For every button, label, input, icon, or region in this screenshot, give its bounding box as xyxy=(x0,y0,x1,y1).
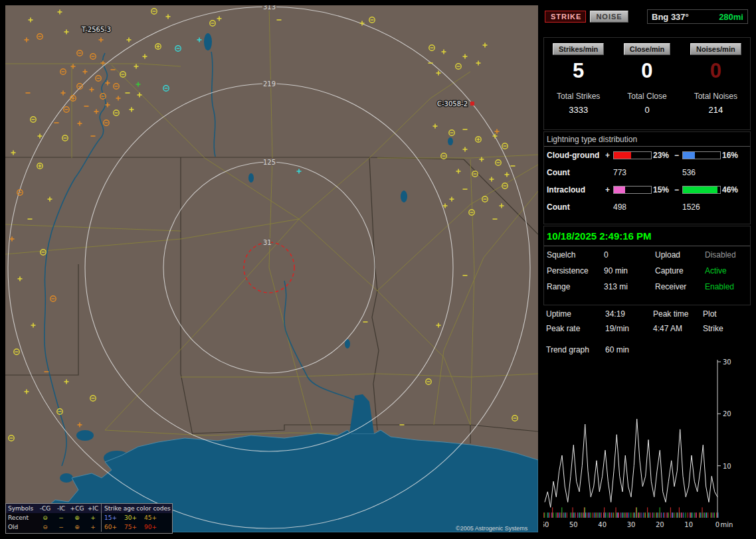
svg-text:10: 10 xyxy=(684,521,693,528)
plus-sign: + xyxy=(605,151,610,160)
ic-negative-percent: 46% xyxy=(722,185,738,194)
svg-text:40: 40 xyxy=(598,521,607,528)
strikes-per-min-button[interactable]: Strikes/min xyxy=(553,43,604,55)
total-noises-label: Total Noises xyxy=(682,92,750,101)
cg-negative-count: 536 xyxy=(682,168,696,177)
svg-text:min: min xyxy=(721,521,733,528)
ic-positive-bar xyxy=(613,186,652,194)
legend-rows: Recent⊖−⊕+15+30+45+Old⊖−⊕+60+75+90+ xyxy=(6,513,172,532)
lake xyxy=(448,137,453,145)
lake xyxy=(204,33,212,50)
svg-text:60: 60 xyxy=(543,521,549,528)
cloud-ground-count-row: Count 773 536 xyxy=(544,164,750,181)
distribution-section: Lightning type distribution Cloud-ground… xyxy=(543,131,751,224)
total-close-value: 0 xyxy=(613,105,681,115)
cg-negative-percent: 16% xyxy=(722,151,738,160)
total-strikes-value: 3333 xyxy=(544,105,613,115)
plus-sign: + xyxy=(605,185,610,194)
strike-toggle-button[interactable]: STRIKE xyxy=(545,11,586,23)
storm-cell-marker xyxy=(470,102,474,106)
lake xyxy=(248,173,254,183)
legend-col-neg-cg: -CG xyxy=(37,504,53,513)
legend-header-row: Symbols -CG -IC +CG +IC Strike age color… xyxy=(6,504,172,513)
legend-col-neg-ic: -IC xyxy=(53,504,69,513)
svg-text:0: 0 xyxy=(715,521,719,528)
status-grid: Squelch0UploadDisabledPersistence90 minC… xyxy=(544,249,750,294)
control-panel: STRIKE NOISE Bng 337° 280mi Strikes/min … xyxy=(543,7,751,534)
ic-negative-bar xyxy=(682,186,721,194)
lake xyxy=(60,473,73,483)
total-strikes-label: Total Strikes xyxy=(544,92,613,101)
cg-positive-bar xyxy=(613,151,652,159)
legend-symbols-header: Symbols xyxy=(6,504,37,513)
total-noises-value: 214 xyxy=(682,105,750,115)
minus-sign: − xyxy=(674,151,679,160)
noises-per-min-value: 0 xyxy=(682,59,750,83)
count-label: Count xyxy=(547,202,570,212)
trend-window-value: 60 min xyxy=(605,345,629,354)
mode-toggle-section: STRIKE NOISE Bng 337° 280mi xyxy=(543,7,749,32)
ic-positive-percent: 15% xyxy=(653,185,669,194)
stats-section: Uptime34:19Peak timePlotPeak rate19/min4… xyxy=(543,307,749,534)
range-circle-label: 125 xyxy=(263,159,276,166)
svg-text:10: 10 xyxy=(723,463,731,470)
status-section: 10/18/2025 2:49:16 PM Squelch0UploadDisa… xyxy=(543,226,751,305)
trend-graph: 1020306050403020100min xyxy=(543,358,751,532)
lake xyxy=(76,430,94,441)
total-close-label: Total Close xyxy=(613,92,681,101)
counter-close: Close/min 0 Total Close 0 xyxy=(613,38,681,129)
noise-toggle-button[interactable]: NOISE xyxy=(590,11,628,23)
legend-col-pos-ic: +IC xyxy=(85,504,101,513)
intracloud-row: Intracloud + 15% − 46% xyxy=(544,181,750,198)
status-row: Squelch0UploadDisabled xyxy=(544,249,750,262)
counters-section: Strikes/min 5 Total Strikes 3333 Close/m… xyxy=(543,37,751,130)
bearing-value: Bng 337° xyxy=(652,12,689,22)
bearing-range-value: 280mi xyxy=(719,12,743,22)
storm-cell-label: C-3058-2 xyxy=(437,100,468,108)
lake xyxy=(401,191,407,202)
range-circle-label: 219 xyxy=(263,80,276,88)
ic-negative-count: 1526 xyxy=(682,202,700,212)
copyright-text: ©2005 Astrogenic Systems xyxy=(456,525,527,532)
map-canvas[interactable]: 31321912531T-2565-3C-3058-2 xyxy=(5,5,538,532)
legend-age-header: Strike age color codes xyxy=(101,504,172,513)
distribution-title: Lightning type distribution xyxy=(544,132,750,147)
trend-line xyxy=(545,419,717,507)
cg-positive-count: 773 xyxy=(613,168,626,177)
stat-row: Uptime34:19Peak timePlot xyxy=(543,307,749,321)
counter-strikes: Strikes/min 5 Total Strikes 3333 xyxy=(544,38,613,129)
strikes-per-min-value: 5 xyxy=(544,59,613,83)
map-legend: Symbols -CG -IC +CG +IC Strike age color… xyxy=(5,503,173,534)
svg-text:20: 20 xyxy=(656,521,664,528)
close-per-min-value: 0 xyxy=(613,59,681,83)
status-row: Range313 miReceiverEnabled xyxy=(544,281,750,294)
stats-grid: Uptime34:19Peak timePlotPeak rate19/min4… xyxy=(543,307,749,336)
bearing-display: Bng 337° 280mi xyxy=(647,9,748,24)
status-row: Persistence90 minCaptureActive xyxy=(544,265,750,278)
stat-row: Peak rate19/min4:47 AMStrike xyxy=(543,321,749,336)
storm-cell-label: T-2565-3 xyxy=(81,26,111,33)
cg-positive-percent: 23% xyxy=(653,151,669,160)
ic-positive-count: 498 xyxy=(613,202,626,212)
count-label: Count xyxy=(547,168,570,177)
map-view[interactable]: 31321912531T-2565-3C-3058-2 Symbols -CG … xyxy=(5,5,538,532)
trend-graph-label: Trend graph xyxy=(546,345,589,354)
svg-text:30: 30 xyxy=(723,358,731,366)
legend-row: Recent⊖−⊕+15+30+45+ xyxy=(6,513,172,522)
range-circle-label: 313 xyxy=(263,5,276,11)
svg-text:30: 30 xyxy=(627,521,636,528)
close-per-min-button[interactable]: Close/min xyxy=(624,43,671,55)
noises-per-min-button[interactable]: Noises/min xyxy=(690,43,741,55)
range-circle-label: 31 xyxy=(263,239,272,246)
datetime-display: 10/18/2025 2:49:16 PM xyxy=(544,226,750,246)
counter-noises: Noises/min 0 Total Noises 214 xyxy=(682,38,750,129)
cg-negative-bar xyxy=(682,151,721,159)
legend-col-pos-cg: +CG xyxy=(69,504,85,513)
minus-sign: − xyxy=(674,185,679,194)
legend-row: Old⊖−⊕+60+75+90+ xyxy=(6,522,172,532)
intracloud-label: Intracloud xyxy=(547,185,585,194)
trend-label-row: Trend graph 60 min xyxy=(543,343,749,357)
svg-text:50: 50 xyxy=(569,521,578,528)
intracloud-count-row: Count 498 1526 xyxy=(544,198,750,216)
cloud-ground-label: Cloud-ground xyxy=(547,151,599,160)
